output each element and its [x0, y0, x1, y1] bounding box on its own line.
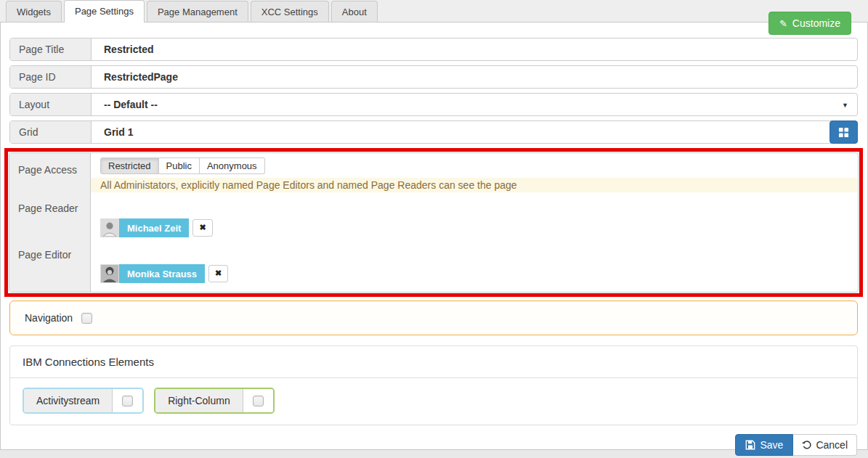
chip-name: Michael Zeit — [119, 218, 189, 237]
access-option-restricted[interactable]: Restricted — [100, 158, 159, 174]
main-panel: Page Title Restricted Page ID Restricted… — [0, 23, 868, 450]
save-label: Save — [760, 439, 783, 451]
access-info-message: All Administators, explicitly named Page… — [91, 178, 857, 192]
navigation-row: Navigation — [9, 300, 858, 335]
ibm-connections-title: IBM Connections Elements — [10, 346, 857, 378]
save-button[interactable]: Save — [735, 434, 793, 456]
page-access-label: Page Access — [18, 164, 77, 176]
remove-reader-button[interactable]: ✖ — [192, 219, 212, 236]
grid-label: Grid — [10, 121, 92, 143]
grid-select-button[interactable] — [830, 120, 858, 144]
grid-value[interactable]: Grid 1 — [92, 121, 857, 143]
pencil-icon: ✎ — [779, 18, 787, 29]
avatar — [100, 218, 119, 237]
page-title-field[interactable]: Restricted — [92, 38, 857, 60]
right-column-label: Right-Column — [155, 389, 243, 412]
page-editor-chip: Monika Strauss ✖ — [100, 264, 228, 283]
remove-editor-button[interactable]: ✖ — [208, 265, 228, 282]
access-section: Page Access Page Reader Page Editor Rest… — [9, 152, 859, 293]
customize-label: Customize — [792, 17, 840, 29]
page-title-label: Page Title — [10, 38, 92, 60]
ibm-connections-panel: IBM Connections Elements Activitystream … — [9, 345, 858, 425]
navigation-checkbox[interactable] — [81, 313, 92, 324]
footer-actions: Save Cancel — [9, 434, 858, 456]
x-icon: ✖ — [199, 223, 206, 232]
tab-page-settings[interactable]: Page Settings — [64, 0, 145, 23]
cancel-button[interactable]: Cancel — [793, 434, 857, 456]
tab-widgets[interactable]: Widgets — [6, 1, 62, 22]
page-reader-chip: Michael Zeit ✖ — [100, 218, 213, 237]
grid-icon — [838, 127, 849, 138]
access-option-public[interactable]: Public — [159, 158, 200, 174]
access-section-highlight: Page Access Page Reader Page Editor Rest… — [4, 148, 863, 297]
tab-page-management[interactable]: Page Management — [147, 1, 248, 22]
layout-row: Layout -- Default -- ▼ — [9, 93, 858, 116]
activitystream-checkbox[interactable] — [122, 396, 133, 406]
x-icon: ✖ — [215, 269, 222, 277]
grid-row: Grid Grid 1 — [9, 120, 858, 144]
right-column-widget: Right-Column — [154, 388, 275, 414]
page-editor-label: Page Editor — [18, 249, 71, 261]
right-column-checkbox[interactable] — [253, 396, 264, 406]
page-title-row: Page Title Restricted — [9, 38, 858, 61]
avatar — [100, 264, 119, 283]
layout-label: Layout — [10, 94, 92, 115]
tab-bar: Widgets Page Settings Page Management XC… — [0, 0, 868, 23]
navigation-label: Navigation — [25, 312, 73, 324]
layout-select[interactable]: -- Default -- — [92, 94, 857, 115]
xcc-page-settings: Widgets Page Settings Page Management XC… — [0, 0, 868, 458]
page-id-row: Page ID RestrictedPage — [9, 65, 858, 89]
undo-icon — [802, 441, 811, 450]
customize-button[interactable]: ✎ Customize — [768, 12, 851, 35]
tab-about[interactable]: About — [331, 1, 378, 22]
page-access-toggle-group: Restricted Public Anonymous — [100, 158, 265, 174]
access-option-anonymous[interactable]: Anonymous — [200, 158, 265, 174]
floppy-icon — [745, 440, 755, 450]
page-reader-label: Page Reader — [18, 203, 78, 214]
tab-xcc-settings[interactable]: XCC Settings — [251, 1, 329, 22]
page-id-field[interactable]: RestrictedPage — [92, 66, 857, 88]
activitystream-widget: Activitystream — [23, 388, 144, 414]
activitystream-label: Activitystream — [24, 389, 113, 412]
caret-down-icon: ▼ — [842, 102, 848, 109]
chip-name: Monika Strauss — [119, 264, 205, 283]
page-id-label: Page ID — [10, 66, 92, 88]
cancel-label: Cancel — [816, 439, 848, 451]
